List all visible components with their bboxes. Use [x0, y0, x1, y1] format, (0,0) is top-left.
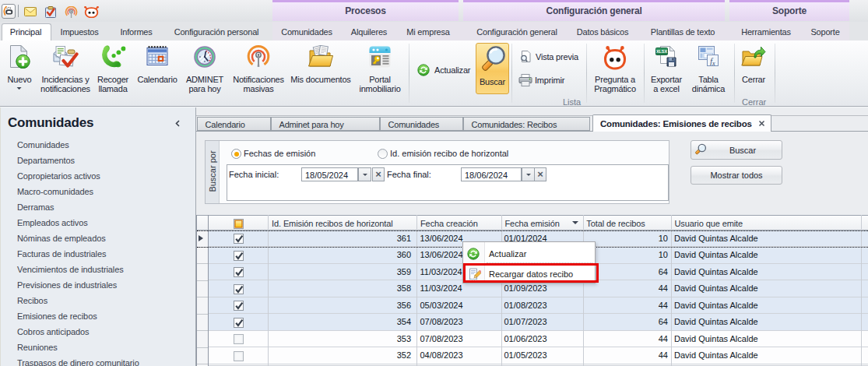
svg-text:XLSX: XLSX [656, 49, 667, 54]
